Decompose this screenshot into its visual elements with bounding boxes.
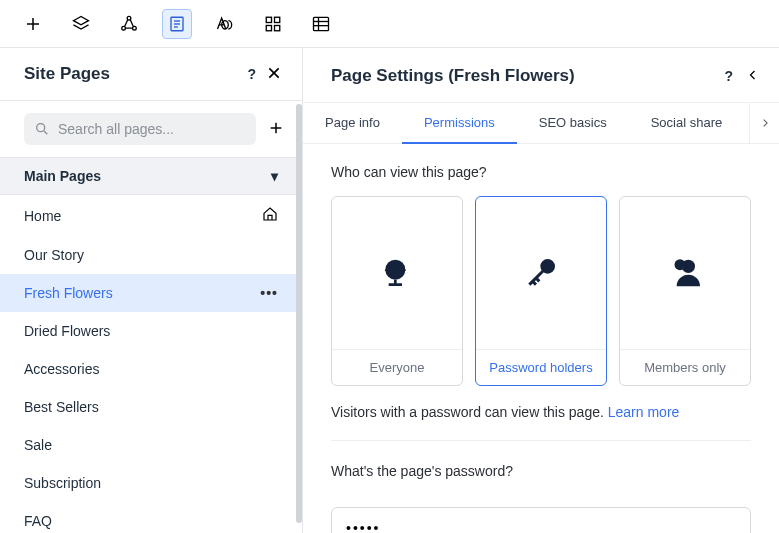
page-item-label: Fresh Flowers (24, 285, 113, 301)
learn-more-link[interactable]: Learn more (608, 404, 680, 420)
tabs-scroll-right-icon[interactable] (749, 103, 779, 143)
svg-rect-13 (275, 25, 280, 30)
page-item-label: Our Story (24, 247, 84, 263)
home-icon (262, 206, 278, 225)
page-item-label: FAQ (24, 513, 52, 529)
page-item-label: Subscription (24, 475, 101, 491)
permission-option[interactable]: Password holders (475, 196, 607, 386)
svg-point-31 (675, 259, 686, 270)
permission-options: EveryonePassword holdersMembers only (331, 196, 751, 386)
svg-point-24 (385, 260, 405, 280)
page-list: HomeOur StoryFresh Flowers•••Dried Flowe… (0, 195, 302, 533)
help-icon[interactable]: ? (247, 66, 256, 82)
page-item[interactable]: Dried Flowers (0, 312, 302, 350)
password-input[interactable] (331, 507, 751, 533)
permission-option[interactable]: Members only (619, 196, 751, 386)
page-item-label: Best Sellers (24, 399, 99, 415)
page-item[interactable]: FAQ (0, 502, 302, 533)
page-item-label: Sale (24, 437, 52, 453)
tab[interactable]: Social share (629, 103, 745, 143)
add-page-icon[interactable] (268, 120, 284, 139)
page-item[interactable]: Accessories (0, 350, 302, 388)
site-pages-panel: Site Pages ? Main Pages ▾ HomeOur StoryF… (0, 48, 303, 533)
more-icon[interactable]: ••• (260, 285, 278, 301)
svg-line-27 (529, 271, 543, 285)
tabs: Page infoPermissionsSEO basicsSocial sha… (303, 103, 779, 144)
table-icon[interactable] (306, 9, 336, 39)
tab[interactable]: Permissions (402, 103, 517, 144)
page-item[interactable]: Subscription (0, 464, 302, 502)
members-icon (620, 197, 750, 349)
page-item[interactable]: Sale (0, 426, 302, 464)
search-box[interactable] (24, 113, 256, 145)
svg-point-26 (548, 263, 551, 266)
page-settings-panel: Page Settings (Fresh Flowers) ? Page inf… (303, 48, 779, 533)
page-item[interactable]: Best Sellers (0, 388, 302, 426)
svg-rect-11 (275, 17, 280, 22)
key-icon (476, 197, 606, 349)
top-toolbar (0, 0, 779, 48)
page-item-label: Home (24, 208, 61, 224)
svg-line-28 (533, 281, 536, 284)
search-icon (34, 121, 50, 137)
page-item[interactable]: Our Story (0, 236, 302, 274)
page-item[interactable]: Fresh Flowers••• (0, 274, 302, 312)
search-input[interactable] (58, 121, 246, 137)
chevron-down-icon: ▾ (271, 168, 278, 184)
page-item-label: Dried Flowers (24, 323, 110, 339)
option-label: Everyone (332, 349, 462, 385)
apps-icon[interactable] (258, 9, 288, 39)
tab[interactable]: Page info (303, 103, 402, 143)
svg-rect-14 (314, 17, 329, 30)
tab[interactable]: SEO basics (517, 103, 629, 143)
panel-title: Site Pages (24, 64, 110, 84)
settings-title: Page Settings (Fresh Flowers) (331, 66, 575, 86)
connections-icon[interactable] (114, 9, 144, 39)
question-label: Who can view this page? (331, 164, 751, 180)
option-description: Visitors with a password can view this p… (331, 404, 751, 441)
typography-icon[interactable] (210, 9, 240, 39)
page-panel-icon[interactable] (162, 9, 192, 39)
option-label: Password holders (476, 349, 606, 385)
svg-marker-2 (74, 16, 89, 24)
page-item-label: Accessories (24, 361, 99, 377)
permission-option[interactable]: Everyone (331, 196, 463, 386)
section-main-pages[interactable]: Main Pages ▾ (0, 157, 302, 195)
svg-line-21 (44, 131, 47, 134)
close-icon[interactable] (266, 65, 282, 84)
page-item[interactable]: Home (0, 195, 302, 236)
add-icon[interactable] (18, 9, 48, 39)
svg-rect-10 (266, 17, 271, 22)
layers-icon[interactable] (66, 9, 96, 39)
svg-point-20 (37, 124, 45, 132)
option-label: Members only (620, 349, 750, 385)
svg-rect-12 (266, 25, 271, 30)
svg-point-5 (133, 26, 137, 30)
password-label: What's the page's password? (331, 463, 751, 479)
svg-line-29 (536, 278, 539, 281)
scrollbar[interactable] (296, 104, 302, 523)
collapse-icon[interactable] (747, 68, 759, 84)
help-icon[interactable]: ? (724, 68, 733, 84)
section-title: Main Pages (24, 168, 101, 184)
svg-point-4 (122, 26, 126, 30)
svg-point-3 (127, 16, 131, 20)
globe-icon (332, 197, 462, 349)
